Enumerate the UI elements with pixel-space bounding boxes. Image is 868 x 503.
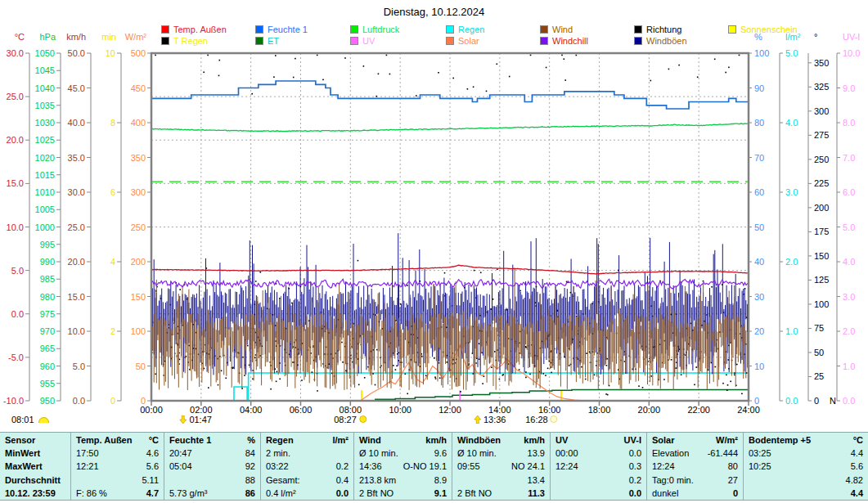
svg-text:15.0: 15.0 (7, 178, 24, 188)
svg-text:1025: 1025 (35, 135, 55, 145)
svg-text:1035: 1035 (35, 101, 55, 110)
svg-text:100: 100 (814, 299, 829, 309)
stats-cell-value: 11.3 (528, 487, 545, 500)
stats-row-label: Sensor (5, 433, 65, 447)
stats-cell-value: 0.2 (629, 474, 641, 487)
sensor-unit: % (247, 433, 255, 447)
svg-text:1045: 1045 (35, 65, 55, 75)
svg-text:25.0: 25.0 (7, 92, 24, 101)
sensor-name: Feuchte 1 (169, 433, 211, 447)
svg-text:300: 300 (814, 106, 829, 116)
stats-cell-value: 0.0 (336, 487, 349, 500)
stats-cell-time: 213.8 km (359, 474, 396, 487)
svg-text:1030: 1030 (35, 118, 55, 128)
stats-cell-value: -61.444 (708, 447, 738, 460)
svg-text:6.0: 6.0 (843, 187, 855, 197)
svg-text:0: 0 (814, 396, 819, 406)
svg-text:22:00: 22:00 (687, 405, 710, 415)
stats-row: 0.0 (555, 487, 641, 500)
svg-text:12:00: 12:00 (438, 405, 461, 415)
svg-text:5.0: 5.0 (73, 362, 85, 371)
corner-time-label: 08:01 (11, 415, 34, 424)
svg-text:80: 80 (754, 118, 764, 128)
stats-cell-time: 0.4 l/m² (266, 487, 296, 500)
svg-text:50: 50 (814, 348, 824, 357)
moonset-arrow-icon (179, 415, 187, 424)
stats-cell-value: 4.7 (146, 487, 159, 500)
stats-cell-time: F: 86 % (76, 487, 107, 500)
sensor-unit: W/m² (716, 433, 738, 447)
sensor-name: Solar (652, 433, 675, 447)
weather-chart: -10.0-5.00.05.010.015.020.025.030.095095… (0, 0, 868, 432)
svg-text:125: 125 (814, 275, 829, 285)
stats-row-label: Durchschnitt (5, 474, 65, 487)
stats-cell-value: 5.6 (851, 460, 863, 473)
stats-cell-time: Tag:0 min. (652, 474, 694, 487)
svg-text:970: 970 (40, 326, 55, 336)
stats-row: 12:215.6 (76, 460, 159, 473)
stats-cell-value: 88 (245, 474, 255, 487)
svg-text:1005: 1005 (35, 204, 55, 214)
svg-text:985: 985 (40, 274, 55, 284)
axis-event-16-28: 16:28 (525, 414, 558, 424)
stats-col-uv: UVUV-I00:000.012:240.30.20.0 (550, 433, 646, 500)
half-sun-icon (38, 417, 49, 423)
stats-cell-value: 4.6 (146, 447, 159, 460)
stats-cell-value: 13.4 (528, 474, 545, 487)
sunrise-sun-icon (359, 415, 367, 423)
stats-row: Elevation-61.444 (652, 447, 738, 460)
svg-text:250: 250 (131, 222, 146, 232)
stats-row: 5.73 g/m³86 (169, 487, 255, 500)
stats-cell-time: 20:47 (169, 447, 192, 460)
stats-row: Tag:0 min.27 (652, 474, 738, 487)
stats-cell-time: Gesamt: (266, 474, 300, 487)
svg-text:5.0: 5.0 (11, 266, 24, 276)
svg-text:40: 40 (754, 257, 764, 267)
stats-col-solar: SolarW/m²Elevation-61.44412:2480Tag:0 mi… (646, 433, 743, 500)
stats-col-regen: Regenl/m²2 min.03:220.2Gesamt:0.40.4 l/m… (260, 433, 353, 500)
axis-event-time: 16:28 (525, 415, 548, 424)
svg-text:10: 10 (754, 362, 764, 371)
axis-event-13-36: 13:36 (474, 414, 506, 424)
stats-cell-value: O-NO 19.1 (403, 460, 447, 473)
stats-row: 12:2480 (652, 460, 738, 473)
svg-text:1010: 1010 (35, 187, 55, 197)
stats-cell-value: 8.9 (434, 474, 447, 487)
stats-table: SensorMinWertMaxWertDurchschnitt10.12. 2… (0, 432, 868, 501)
stats-cell-time: 12:24 (555, 460, 578, 473)
stats-row: 0.2 (555, 474, 641, 487)
stats-cell-time: 5.73 g/m³ (169, 487, 207, 500)
sensor-name: Windböen (457, 433, 501, 447)
svg-text:25: 25 (814, 371, 824, 381)
stats-cell-value: 5.6 (146, 460, 159, 473)
sunset-sun-icon (551, 415, 558, 423)
stats-row: 13.4 (457, 474, 545, 487)
svg-text:35.0: 35.0 (68, 153, 85, 163)
stats-cell-time: 2 min. (266, 447, 290, 460)
corner-time: 08:01 (11, 415, 49, 424)
stats-header: Bodentemp +5°C (749, 433, 863, 447)
stats-cell-time: 03:22 (266, 460, 289, 473)
stats-row: Ø 10 min.13.9 (457, 447, 545, 460)
svg-text:1000: 1000 (35, 222, 55, 232)
svg-text:24:00: 24:00 (737, 405, 760, 415)
stats-header: Temp. Außen°C (76, 433, 159, 447)
svg-text:50: 50 (754, 222, 764, 232)
stats-cell-value: 0.2 (336, 460, 349, 473)
stats-cell-time: Elevation (652, 447, 689, 460)
sensor-unit: °C (149, 433, 159, 447)
stats-col-bodentemp-5: Bodentemp +5°C03:254.410:255.64.824.4 (743, 433, 868, 500)
stats-row: 4.4 (749, 487, 863, 500)
stats-row: 09:55NO 24.1 (457, 460, 545, 473)
stats-col-temp-au-en: Temp. Außen°C17:504.612:215.65.11F: 86 %… (70, 433, 164, 500)
svg-text:4.0: 4.0 (843, 257, 855, 267)
stats-row: 03:220.2 (266, 460, 349, 473)
stats-header: Windböenkm/h (457, 433, 545, 447)
stats-cell-value: 9.6 (434, 447, 447, 460)
stats-row: 0.4 l/m²0.0 (266, 487, 349, 500)
svg-text:1050: 1050 (35, 48, 55, 58)
svg-text:50: 50 (136, 362, 146, 371)
stats-cell-value: 0.0 (629, 487, 641, 500)
stats-row: Gesamt:0.4 (266, 474, 349, 487)
stats-row: Ø 10 min.9.6 (359, 447, 447, 460)
